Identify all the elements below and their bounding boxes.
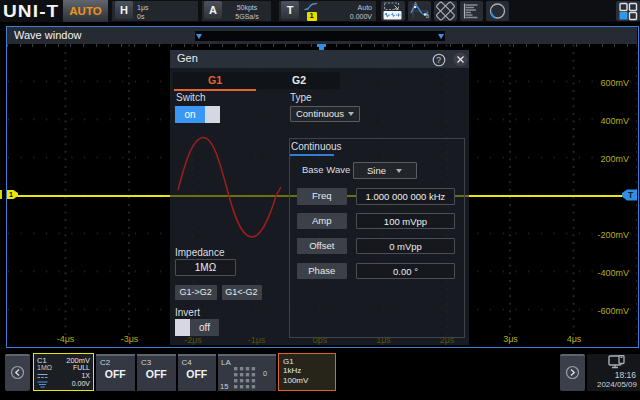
svg-text:1: 1 bbox=[9, 191, 13, 198]
svg-text:B: B bbox=[426, 14, 429, 19]
svg-text:A: A bbox=[414, 2, 417, 7]
svg-text:T: T bbox=[628, 190, 634, 200]
svg-text:?: ? bbox=[436, 55, 441, 65]
